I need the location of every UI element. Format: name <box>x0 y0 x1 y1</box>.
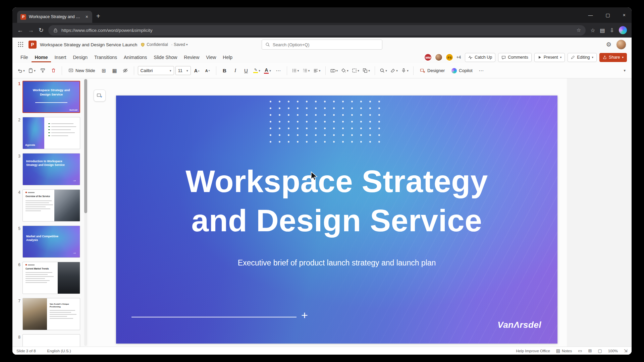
forward-button[interactable]: → <box>28 27 34 34</box>
slide-thumbnail-3[interactable]: Introduction to Workspace Strategy and D… <box>22 153 80 185</box>
slide-thumbnail-7[interactable]: Van Arsdel's Unique Positioning <box>22 298 80 330</box>
shape-fill-button[interactable]: ▾ <box>340 66 350 76</box>
copilot-button[interactable]: Copilot <box>449 66 475 76</box>
share-button[interactable]: Share ▾ <box>599 53 627 62</box>
slide-thumbnail-6[interactable]: Current Market Trends <box>22 262 80 294</box>
url-input[interactable] <box>61 28 573 33</box>
slide-subtitle-textbox[interactable]: Executive brief of product launch strate… <box>116 258 557 267</box>
reuse-slides-button[interactable]: ▦ <box>110 66 119 76</box>
clear-formatting-button[interactable]: ▾ <box>389 66 399 76</box>
font-size-select[interactable]: 11▾ <box>175 66 191 75</box>
address-bar[interactable]: ☆ <box>48 25 586 36</box>
back-button[interactable]: ← <box>17 27 23 34</box>
menu-insert[interactable]: Insert <box>51 52 69 62</box>
shapes-button[interactable]: ▾ <box>329 66 339 76</box>
align-button[interactable]: ▾ <box>312 66 322 76</box>
settings-gear-icon[interactable]: ⚙ <box>606 41 611 48</box>
panel-scrollbar-thumb[interactable] <box>84 79 87 213</box>
undo-button[interactable]: ▾ <box>16 66 26 76</box>
menu-review[interactable]: Review <box>180 52 203 62</box>
hide-slide-button[interactable] <box>121 66 130 76</box>
slide-thumbnail-5[interactable]: Market and Competitive Analysis → <box>22 226 80 258</box>
editing-canvas[interactable]: Workspace Strategy and Design Service Ex… <box>88 78 632 347</box>
designer-suggestion-button[interactable] <box>94 89 106 102</box>
more-font-options-button[interactable]: ⋯ <box>274 66 283 76</box>
find-button[interactable]: ▾ <box>379 66 388 76</box>
paste-button[interactable]: ▾ <box>27 66 37 76</box>
slide-thumbnail-4[interactable]: Overview of the Service <box>22 189 80 222</box>
catch-up-button[interactable]: Catch Up <box>465 53 495 62</box>
menu-file[interactable]: File <box>17 52 32 62</box>
format-painter-button[interactable] <box>38 66 47 76</box>
editing-mode-button[interactable]: Editing ▾ <box>568 53 597 62</box>
presence-avatar-fs[interactable]: FS <box>445 53 453 61</box>
chevron-down-icon: ▾ <box>560 56 562 59</box>
account-avatar[interactable] <box>616 40 626 50</box>
tab-close-icon[interactable]: × <box>85 14 89 19</box>
delete-button[interactable] <box>49 66 58 76</box>
window-close-button[interactable]: × <box>623 12 626 18</box>
app-launcher-waffle-icon[interactable] <box>18 42 24 48</box>
ribbon-collapse-icon[interactable]: ▾ <box>624 68 628 73</box>
font-name-select[interactable]: Cailbri▾ <box>138 66 174 75</box>
highlight-color-button[interactable]: ✎ ▾ <box>252 66 262 76</box>
zoom-level[interactable]: 100% <box>608 349 618 353</box>
menu-view[interactable]: View <box>203 52 219 62</box>
font-color-button[interactable]: A ▾ <box>263 66 272 76</box>
presence-avatar-photo[interactable] <box>435 53 443 61</box>
presence-avatar-mm[interactable]: MM <box>424 53 432 61</box>
slide-thumbnail-1[interactable]: Workspace Strategy and Design Service Va… <box>22 81 80 113</box>
present-button[interactable]: Present ▾ <box>534 53 565 62</box>
shrink-font-button[interactable]: A▾ <box>203 66 212 76</box>
sensitivity-label[interactable]: Confidential <box>141 42 168 47</box>
bold-button[interactable]: B <box>220 66 229 76</box>
presence-overflow-count[interactable]: +4 <box>456 55 461 60</box>
slideshow-view-icon[interactable]: ▢ <box>598 348 602 353</box>
menu-design[interactable]: Design <box>69 52 91 62</box>
new-tab-button[interactable]: + <box>96 12 100 20</box>
slide-thumbnail-8[interactable] <box>22 334 80 347</box>
italic-button[interactable]: I <box>231 66 240 76</box>
grow-font-button[interactable]: A▴ <box>192 66 202 76</box>
numbering-button[interactable]: ▾ <box>302 66 311 76</box>
fit-to-window-icon[interactable]: ⇲ <box>624 348 628 353</box>
save-status[interactable]: · Saved ▾ <box>171 42 188 47</box>
office-search-box[interactable] <box>262 40 382 50</box>
menu-slide-show[interactable]: Slide Show <box>150 52 180 62</box>
menu-transitions[interactable]: Transitions <box>91 52 120 62</box>
window-minimize-button[interactable]: — <box>588 12 593 18</box>
window-maximize-button[interactable]: ▢ <box>606 12 610 18</box>
slide-layout-button[interactable]: ⊞ <box>99 66 109 76</box>
new-slide-button[interactable]: New Slide <box>66 66 98 76</box>
dictate-button[interactable]: ▾ <box>400 66 410 76</box>
normal-view-icon[interactable]: ▭ <box>578 348 582 353</box>
site-info-lock-icon[interactable] <box>53 28 58 33</box>
slide-thumbnail-2[interactable]: Agenda <box>22 117 80 149</box>
bookmark-star-icon[interactable]: ☆ <box>577 27 581 33</box>
slide-sorter-view-icon[interactable]: ⊞ <box>588 348 592 353</box>
arrange-button[interactable]: ▾ <box>362 66 371 76</box>
browser-tab[interactable]: P Workspace Strategy and Des... × <box>17 11 92 23</box>
slide-title-textbox[interactable]: Workspace Strategy and Design Service <box>116 162 557 240</box>
collections-icon[interactable]: ▤ <box>600 27 605 34</box>
menu-help[interactable]: Help <box>219 52 236 62</box>
downloads-icon[interactable]: ⇩ <box>610 27 614 34</box>
bullets-button[interactable]: ▾ <box>291 66 300 76</box>
ribbon-overflow-button[interactable]: ⋯ <box>477 66 486 76</box>
favorites-icon[interactable]: ☆ <box>590 27 595 34</box>
language-selector[interactable]: English (U.S.) <box>47 349 71 353</box>
comments-button[interactable]: Comments <box>498 53 531 62</box>
notes-toggle[interactable]: ▤ Notes <box>556 348 572 353</box>
search-input[interactable] <box>273 42 379 47</box>
reload-button[interactable]: ↻ <box>39 26 44 34</box>
help-improve-office-button[interactable]: Help Improve Office <box>516 349 550 353</box>
shape-outline-button[interactable]: ▾ <box>351 66 360 76</box>
underline-button[interactable]: U <box>241 66 251 76</box>
browser-copilot-icon[interactable] <box>619 26 627 34</box>
slide-indicator[interactable]: Slide 3 of 8 <box>16 349 36 353</box>
menu-home[interactable]: Home <box>32 52 51 62</box>
slide-canvas[interactable]: Workspace Strategy and Design Service Ex… <box>116 96 557 344</box>
designer-button[interactable]: Designer <box>417 66 447 76</box>
menu-animations[interactable]: Animations <box>120 52 150 62</box>
powerpoint-app-icon[interactable]: P <box>29 41 37 49</box>
